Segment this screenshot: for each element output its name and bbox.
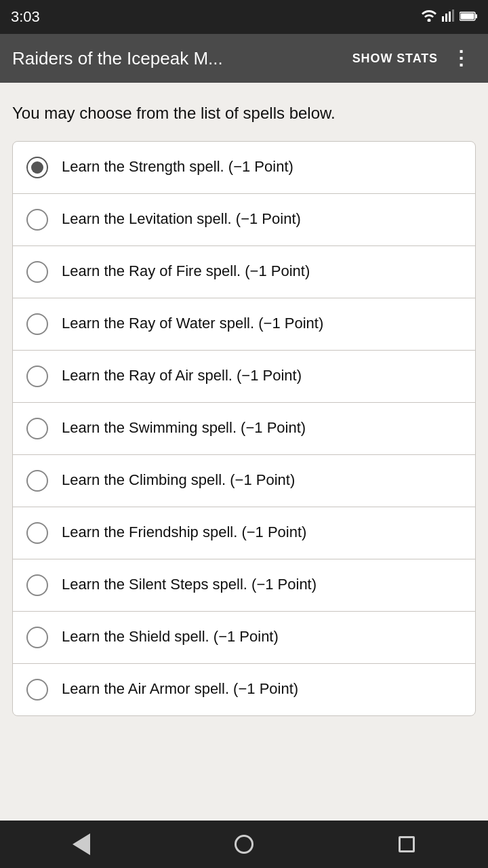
battery-icon (460, 10, 477, 24)
bottom-nav (0, 821, 488, 868)
status-bar: 3:03 (0, 0, 488, 34)
spell-item[interactable]: Learn the Swimming spell. (−1 Point) (13, 403, 475, 455)
radio-button[interactable] (26, 313, 48, 335)
spell-item[interactable]: Learn the Silent Steps spell. (−1 Point) (13, 559, 475, 612)
spell-label: Learn the Levitation spell. (−1 Point) (62, 210, 301, 229)
spell-label: Learn the Strength spell. (−1 Point) (62, 157, 293, 177)
recents-icon (399, 836, 415, 852)
instruction-text: You may choose from the list of spells b… (12, 102, 476, 125)
radio-button[interactable] (26, 470, 48, 492)
wifi-icon (422, 9, 436, 25)
radio-button[interactable] (26, 574, 48, 596)
radio-button[interactable] (26, 679, 48, 701)
spell-list: Learn the Strength spell. (−1 Point)Lear… (12, 141, 476, 716)
spell-label: Learn the Ray of Air spell. (−1 Point) (62, 366, 302, 386)
svg-rect-4 (452, 9, 454, 22)
svg-rect-3 (449, 12, 451, 22)
spell-item[interactable]: Learn the Levitation spell. (−1 Point) (13, 194, 475, 246)
spell-label: Learn the Climbing spell. (−1 Point) (62, 471, 295, 490)
back-button[interactable] (61, 824, 102, 865)
svg-point-0 (428, 18, 431, 22)
spell-label: Learn the Ray of Water spell. (−1 Point) (62, 314, 323, 334)
radio-button[interactable] (26, 209, 48, 231)
recents-button[interactable] (386, 824, 427, 865)
svg-rect-6 (476, 14, 478, 18)
radio-button[interactable] (26, 157, 48, 178)
svg-rect-1 (442, 16, 444, 22)
spell-item[interactable]: Learn the Strength spell. (−1 Point) (13, 142, 475, 194)
radio-button[interactable] (26, 366, 48, 387)
show-stats-button[interactable]: SHOW STATS (352, 52, 438, 66)
main-content: You may choose from the list of spells b… (0, 83, 488, 730)
signal-icon (442, 9, 454, 25)
spell-item[interactable]: Learn the Ray of Air spell. (−1 Point) (13, 351, 475, 403)
more-options-button[interactable]: ⋮ (446, 46, 476, 71)
radio-button[interactable] (26, 418, 48, 439)
status-icons (422, 9, 477, 25)
spell-item[interactable]: Learn the Ray of Fire spell. (−1 Point) (13, 246, 475, 298)
radio-button[interactable] (26, 261, 48, 283)
home-icon (235, 835, 253, 854)
back-icon (73, 833, 90, 855)
radio-button[interactable] (26, 627, 48, 648)
spell-item[interactable]: Learn the Friendship spell. (−1 Point) (13, 507, 475, 559)
app-title: Raiders of the Icepeak M... (12, 48, 344, 69)
spell-label: Learn the Silent Steps spell. (−1 Point) (62, 575, 317, 595)
spell-item[interactable]: Learn the Air Armor spell. (−1 Point) (13, 664, 475, 715)
status-time: 3:03 (11, 8, 40, 26)
spell-label: Learn the Shield spell. (−1 Point) (62, 627, 279, 647)
spell-label: Learn the Friendship spell. (−1 Point) (62, 523, 306, 542)
spell-label: Learn the Ray of Fire spell. (−1 Point) (62, 262, 310, 281)
spell-item[interactable]: Learn the Ray of Water spell. (−1 Point) (13, 298, 475, 351)
spell-label: Learn the Air Armor spell. (−1 Point) (62, 679, 298, 699)
spell-item[interactable]: Learn the Shield spell. (−1 Point) (13, 612, 475, 664)
svg-rect-2 (445, 14, 447, 22)
svg-rect-7 (461, 13, 474, 19)
spell-item[interactable]: Learn the Climbing spell. (−1 Point) (13, 455, 475, 507)
spell-label: Learn the Swimming spell. (−1 Point) (62, 418, 306, 438)
radio-button[interactable] (26, 522, 48, 544)
app-bar: Raiders of the Icepeak M... SHOW STATS ⋮ (0, 34, 488, 83)
home-button[interactable] (224, 824, 264, 865)
